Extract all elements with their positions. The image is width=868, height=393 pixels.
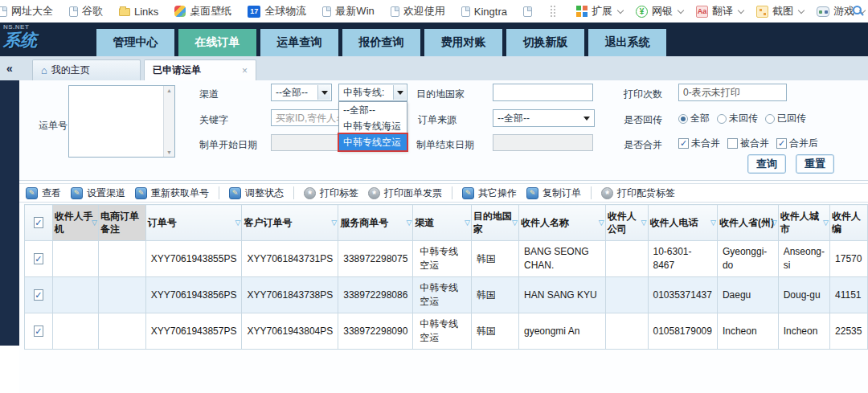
col-city[interactable]: 收件人城市▽	[778, 205, 829, 241]
chevron-down-icon[interactable]	[798, 6, 805, 13]
order-source-select[interactable]: --全部--	[493, 109, 595, 127]
sort-icon[interactable]: ▽	[772, 216, 777, 229]
content-area: ⌂我的主页已申请运单× 运单号 ▲ ▼ 渠道 --全部-- 中韩专线: --全部…	[19, 56, 868, 393]
close-icon[interactable]: ×	[242, 65, 248, 76]
sort-icon[interactable]: ▽	[823, 216, 829, 229]
row-checkbox[interactable]	[34, 253, 43, 264]
nav-item[interactable]: 切换新版	[506, 29, 584, 56]
row-checkbox[interactable]	[34, 289, 43, 301]
toolbar-button[interactable]: ✎其它操作	[462, 186, 517, 200]
grip-dots-icon	[551, 6, 555, 17]
channel-group-select[interactable]: --全部--	[271, 84, 332, 101]
main-area: « ⌂我的主页已申请运单× 运单号 ▲ ▼ 渠道 --全部-- 中韩专线:	[0, 56, 868, 393]
sort-icon[interactable]: ▽	[710, 216, 716, 229]
bookmark-item[interactable]: 桌面壁纸	[174, 4, 231, 18]
print-count-input[interactable]	[678, 84, 787, 101]
radio-option[interactable]: 全部	[678, 112, 710, 125]
checkbox-option[interactable]: 被合并	[727, 137, 769, 150]
sort-icon[interactable]: ▽	[599, 216, 604, 229]
toolbar-button[interactable]: *打印标签	[304, 186, 358, 200]
nav-item[interactable]: 费用对账	[424, 29, 502, 56]
sort-icon[interactable]: ▽	[641, 216, 647, 229]
column-label: 收件人城市	[780, 211, 819, 235]
tab-home[interactable]: ⌂我的主页	[32, 59, 141, 80]
sort-icon[interactable]: ▽	[331, 216, 337, 229]
bookmark-item[interactable]: 谷歌	[69, 4, 103, 18]
dropdown-arrow-icon[interactable]	[580, 111, 593, 125]
row-checkbox[interactable]	[34, 325, 43, 337]
channel-dropdown-list: --全部--中韩专线海运中韩专线空运	[338, 101, 407, 151]
col-tel[interactable]: 收件人电话▽	[648, 205, 717, 241]
bookmark-item[interactable]: http://o	[523, 6, 533, 18]
sort-icon[interactable]: ▽	[512, 216, 518, 229]
badge17-icon: 17	[248, 6, 260, 18]
tab-active[interactable]: 已申请运单×	[144, 59, 256, 80]
nav-item[interactable]: 报价查询	[342, 29, 420, 56]
toolbar-divider	[591, 186, 592, 199]
toolbar-button[interactable]: ✎查看	[26, 186, 61, 200]
col-provider_no[interactable]: 服务商单号▽	[338, 205, 413, 241]
sort-icon[interactable]: ▽	[406, 216, 411, 229]
chevron-down-icon[interactable]	[678, 6, 684, 13]
bookmark-item[interactable]: 17全球物流	[248, 4, 306, 18]
dropdown-arrow-icon[interactable]	[317, 85, 330, 100]
channel-select[interactable]: 中韩专线:	[338, 84, 407, 101]
col-state[interactable]: 收件人省(州)▽	[717, 205, 778, 241]
channel-option[interactable]: --全部--	[339, 102, 407, 118]
col-phone[interactable]: 收件人手机▽	[52, 205, 98, 241]
col-remark[interactable]: 电商订单备注	[98, 205, 145, 241]
toolbar-button[interactable]: ✎设置渠道	[71, 186, 125, 200]
waybill-input[interactable]	[69, 86, 174, 157]
channel-option[interactable]: 中韩专线空运	[339, 134, 407, 150]
query-button[interactable]: 查询	[747, 154, 786, 174]
tool-translate[interactable]: Aa翻译	[696, 4, 743, 18]
bookmark-item[interactable]: Kingtra	[461, 6, 507, 18]
nav-item[interactable]: 运单查询	[260, 29, 338, 56]
col-customer_no[interactable]: 客户订单号▽	[242, 205, 338, 241]
bookmark-item[interactable]: 欢迎使用	[391, 4, 445, 18]
bookmark-item[interactable]: 最新Win	[322, 4, 374, 18]
toolbar-button-label: 打印面单发票	[384, 186, 442, 200]
nav-item[interactable]: 在线订单	[178, 29, 256, 56]
scroll-down-icon[interactable]: ▼	[166, 149, 172, 155]
toolbar-button[interactable]: ✎调整状态	[229, 186, 284, 200]
bookmark-item[interactable]: Links	[119, 6, 158, 18]
nav-item[interactable]: 退出系统	[588, 29, 666, 56]
dropdown-arrow-icon[interactable]	[393, 85, 406, 100]
col-zip[interactable]: 收件人编	[830, 205, 868, 241]
column-label: 收件人电话	[650, 217, 698, 228]
tool-screenshot[interactable]: 截图	[756, 4, 804, 18]
col-channel[interactable]: 渠道▽	[413, 205, 472, 241]
chevron-down-icon[interactable]	[738, 6, 744, 13]
toolbar-button[interactable]: ✎复制订单	[526, 186, 581, 200]
sort-icon[interactable]: ▽	[92, 216, 97, 229]
select-all-checkbox[interactable]	[34, 217, 43, 228]
bookmark-item[interactable]: 网址大全	[0, 4, 53, 18]
textarea-scrollbar[interactable]: ▲ ▼	[163, 86, 174, 157]
dest-country-input[interactable]	[493, 84, 593, 101]
left-rail: «	[0, 56, 19, 393]
tool-bank[interactable]: ¥网银	[636, 4, 683, 18]
radio-option[interactable]: 已回传	[765, 112, 806, 125]
checkbox-option[interactable]: 合并后	[776, 137, 818, 150]
nav-item[interactable]: 管理中心	[96, 29, 174, 56]
col-country[interactable]: 目的地国家▽	[471, 205, 518, 241]
sort-icon[interactable]: ▽	[465, 216, 470, 229]
col-order_no[interactable]: 订单号▽	[145, 205, 242, 241]
col-company[interactable]: 收件人公司▽	[605, 205, 648, 241]
sort-icon[interactable]: ▽	[235, 216, 241, 229]
radio-option[interactable]: 未回传	[717, 112, 758, 125]
chevron-down-icon[interactable]	[617, 6, 624, 13]
toolbar-button[interactable]: *打印面单发票	[368, 186, 442, 200]
tool-extensions[interactable]: 扩展	[576, 4, 623, 18]
end-date-input[interactable]	[493, 134, 593, 151]
collapse-sidebar-button[interactable]: «	[0, 56, 19, 80]
scroll-up-icon[interactable]: ▲	[166, 88, 172, 93]
search-icon[interactable]	[853, 6, 862, 14]
reset-button[interactable]: 重置	[796, 154, 834, 174]
col-name[interactable]: 收件人名称▽	[518, 205, 605, 241]
channel-option[interactable]: 中韩专线海运	[339, 118, 407, 134]
checkbox-option[interactable]: 未合并	[678, 137, 720, 150]
toolbar-button[interactable]: ✎重新获取单号	[135, 186, 209, 200]
toolbar-button[interactable]: *打印配货标签	[601, 186, 675, 200]
